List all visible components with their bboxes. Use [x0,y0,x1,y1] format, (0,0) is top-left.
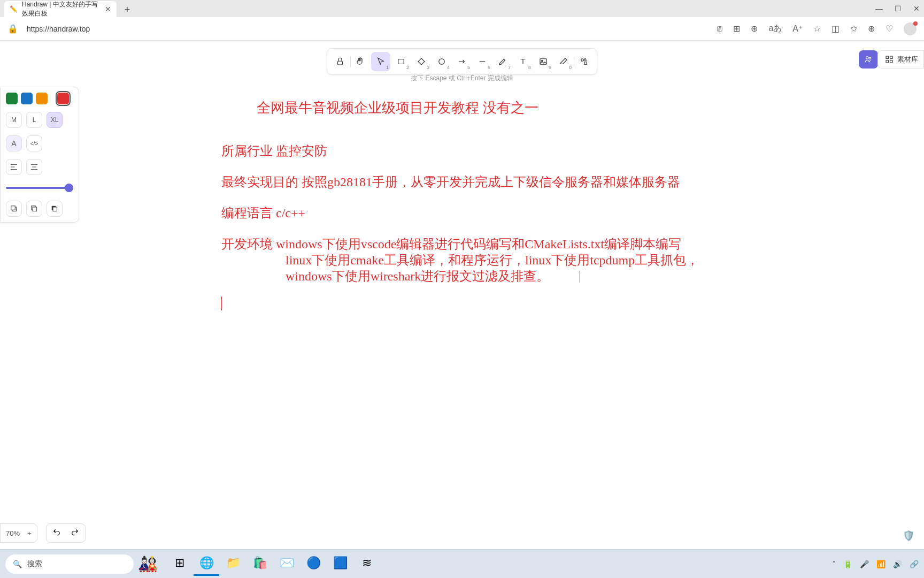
canvas-line-industry[interactable]: 所属行业 监控安防 [221,142,327,161]
browser-icon[interactable]: 🔵 [301,552,326,576]
align-center[interactable] [26,159,42,175]
opacity-slider[interactable] [6,182,73,193]
layer-row [6,201,73,217]
new-tab-button[interactable]: + [120,2,135,17]
performance-icon[interactable]: ♡ [886,24,893,34]
window-minimize-button[interactable]: — [875,4,883,13]
line-tool[interactable]: 6 [473,52,492,71]
eraser-tool[interactable]: 0 [554,52,573,71]
lock-tool[interactable] [330,52,350,71]
layer-forward[interactable] [47,201,63,217]
apps-icon[interactable]: ⊞ [733,24,740,34]
desktop-icon[interactable]: ⎚ [717,24,722,34]
window-close-button[interactable]: ✕ [913,4,920,13]
site-info-icon[interactable]: 🔒 [7,24,18,34]
mail-icon[interactable]: ✉️ [274,552,299,576]
library-button[interactable]: 素材库 [877,50,924,69]
edit-hint: 按下 Escape 或 Ctrl+Enter 完成编辑 [411,74,513,83]
shapes-tool[interactable] [574,52,594,71]
svg-rect-0 [338,61,343,65]
extensions-icon[interactable]: ⊕ [751,24,758,34]
properties-panel: M L XL A </> [0,87,79,223]
vscode-icon[interactable]: ≋ [354,552,380,576]
taskbar-widget-icon[interactable]: 🎎 [137,553,158,575]
mic-icon[interactable]: 🎤 [860,560,869,568]
svg-rect-10 [890,56,893,59]
size-xl[interactable]: XL [47,112,63,128]
close-tab-icon[interactable]: ✕ [105,5,111,13]
svg-rect-11 [886,60,889,63]
arrow-tool[interactable]: 5 [452,52,472,71]
sidebar-icon[interactable]: ◫ [831,24,840,34]
main-toolbar: 1 2 3 4 5 6 7 8 9 0 [327,48,597,75]
explorer-icon[interactable]: 📁 [220,552,246,576]
library-label: 素材库 [897,55,918,64]
profile-avatar[interactable] [904,22,917,35]
collaborate-button[interactable] [859,50,878,69]
draw-tool[interactable]: 7 [493,52,512,71]
shield-icon[interactable]: 🛡️ [903,530,914,542]
select-tool[interactable]: 1 [371,52,390,71]
tray-chevron-icon[interactable]: ˄ [832,560,836,568]
address-bar: 🔒 https://handraw.top ⎚ ⊞ ⊕ aあ A⁺ ☆ ◫ ✩ … [0,17,924,41]
canvas-line-env-a[interactable]: 开发环境 windows下使用vscode编辑器进行代码编写和CMakeList… [221,235,735,254]
read-aloud-icon[interactable]: A⁺ [792,24,803,34]
favorites-bar-icon[interactable]: ✩ [850,24,857,34]
editing-caret-icon [221,296,222,310]
browser-tab[interactable]: ✏️ Handraw | 中文友好的手写效果白板 ✕ [4,1,117,17]
taskbar-apps: ⊞ 🌐 📁 🛍️ ✉️ 🔵 🟦 ≋ [167,552,380,576]
zoom-in-button[interactable]: + [27,529,32,537]
svg-point-5 [581,59,584,62]
taskbar-search[interactable]: 🔍 搜索 [5,554,134,574]
svg-rect-18 [53,207,57,211]
color-green[interactable] [6,93,18,104]
font-handwriting[interactable]: A [6,135,22,151]
zoom-controls: 70% + [0,523,37,543]
translate-icon[interactable]: aあ [768,23,782,34]
align-left[interactable] [6,159,22,175]
canvas-line-goal[interactable]: 最终实现目的 按照gb28181手册，从零开发并完成上下级信令服务器和媒体服务器 [221,173,729,192]
svg-rect-1 [398,59,404,64]
battery-icon[interactable]: 🔋 [843,560,852,568]
undo-button[interactable] [52,527,61,539]
svg-point-2 [439,59,445,65]
color-blue[interactable] [21,93,33,104]
redo-button[interactable] [70,527,80,539]
app1-icon[interactable]: 🟦 [327,552,353,576]
rectangle-tool[interactable]: 2 [391,52,411,71]
favorite-icon[interactable]: ☆ [813,24,821,34]
canvas-line-env-b[interactable]: linux下使用cmake工具编译，和程序运行，linux下使用tcpdump工… [286,252,735,270]
layer-back[interactable] [6,201,22,217]
font-code[interactable]: </> [26,135,42,151]
windows-taskbar: 🔍 搜索 🎎 ⊞ 🌐 📁 🛍️ ✉️ 🔵 🟦 ≋ ˄ 🔋 🎤 📶 🔊 🔗 [0,549,924,578]
collections-icon[interactable]: ⊕ [868,24,875,34]
size-l[interactable]: L [26,112,42,128]
svg-point-7 [866,57,869,59]
canvas-line-language[interactable]: 编程语言 c/c++ [221,204,305,223]
canvas-line-env-c[interactable]: windows下使用wireshark进行报文过滤及排查。 [286,268,549,286]
ellipse-tool[interactable]: 4 [432,52,451,71]
volume-icon[interactable]: 🔊 [893,560,902,568]
edge-icon[interactable]: 🌐 [194,552,219,576]
text-tool[interactable]: 8 [513,52,533,71]
url-field[interactable]: https://handraw.top [25,25,711,33]
link-icon[interactable]: 🔗 [910,560,919,568]
store-icon[interactable]: 🛍️ [247,552,273,576]
hand-tool[interactable] [351,52,370,71]
diamond-tool[interactable]: 3 [412,52,431,71]
task-view-icon[interactable]: ⊞ [167,552,192,576]
canvas-title[interactable]: 全网最牛音视频企业级项目开发教程 没有之一 [257,98,538,118]
window-maximize-button[interactable]: ☐ [895,4,902,13]
svg-rect-9 [886,56,889,59]
system-tray: ˄ 🔋 🎤 📶 🔊 🔗 [832,560,919,568]
search-placeholder: 搜索 [27,559,42,569]
search-icon: 🔍 [13,560,22,568]
layer-backward[interactable] [26,201,42,217]
wifi-icon[interactable]: 📶 [876,560,886,568]
zoom-value[interactable]: 70% [6,529,20,537]
color-orange[interactable] [36,93,48,104]
image-tool[interactable]: 9 [534,52,553,71]
svg-rect-3 [540,59,546,65]
color-red[interactable] [57,93,69,104]
size-m[interactable]: M [6,112,22,128]
